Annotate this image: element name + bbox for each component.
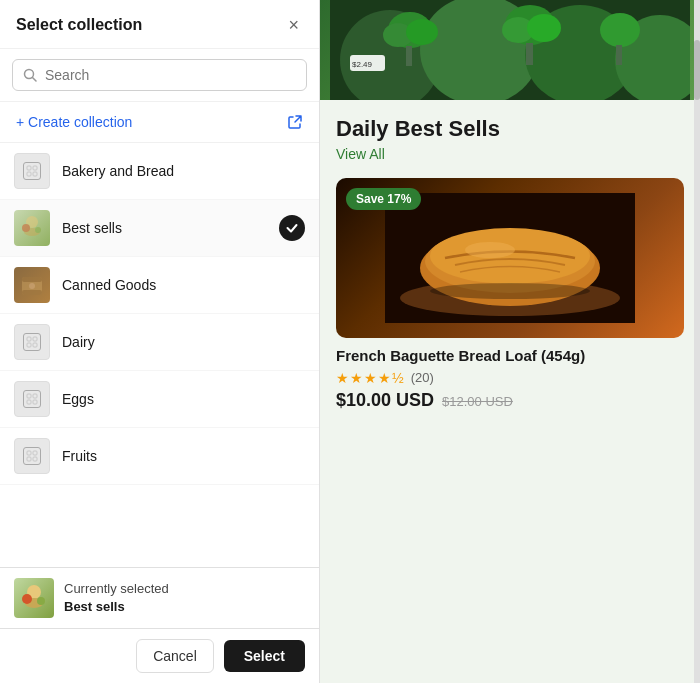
collection-name: Canned Goods bbox=[62, 277, 305, 293]
collection-thumb bbox=[14, 210, 50, 246]
stars: ★★★★½ bbox=[336, 370, 405, 386]
svg-rect-11 bbox=[22, 277, 42, 282]
svg-text:$2.49: $2.49 bbox=[352, 60, 373, 69]
modal-title: Select collection bbox=[16, 16, 142, 34]
collection-name: Eggs bbox=[62, 391, 305, 407]
currently-selected-text: Currently selected Best sells bbox=[64, 580, 169, 616]
select-collection-modal: Select collection × + Create collection bbox=[0, 0, 320, 683]
review-count: (20) bbox=[411, 370, 434, 385]
list-item[interactable]: Bakery and Bread bbox=[0, 143, 319, 200]
search-input-wrap bbox=[12, 59, 307, 91]
product-card: Save 17% bbox=[336, 178, 684, 419]
product-name: French Baguette Bread Loaf (454g) bbox=[336, 346, 684, 366]
svg-rect-4 bbox=[27, 172, 31, 176]
svg-rect-25 bbox=[33, 457, 37, 461]
search-input[interactable] bbox=[45, 67, 296, 83]
product-info: French Baguette Bread Loaf (454g) ★★★★½ … bbox=[336, 338, 684, 419]
content-inner: $2.49 Daily Best Sells View All Save 17% bbox=[320, 0, 700, 683]
svg-rect-12 bbox=[22, 290, 42, 295]
svg-rect-15 bbox=[33, 337, 37, 341]
scroll-indicator[interactable] bbox=[694, 0, 700, 683]
select-button[interactable]: Select bbox=[224, 640, 305, 672]
svg-rect-16 bbox=[27, 343, 31, 347]
list-item[interactable]: Best sells bbox=[0, 200, 319, 257]
collection-thumb bbox=[14, 267, 50, 303]
scroll-thumb bbox=[694, 40, 700, 100]
placeholder-icon bbox=[23, 162, 41, 180]
placeholder-icon bbox=[23, 447, 41, 465]
currently-selected-section: Currently selected Best sells bbox=[0, 568, 319, 629]
svg-rect-38 bbox=[406, 46, 412, 66]
svg-point-43 bbox=[600, 13, 640, 47]
close-button[interactable]: × bbox=[284, 14, 303, 36]
footer-buttons: Cancel Select bbox=[0, 629, 319, 683]
svg-point-28 bbox=[22, 594, 32, 604]
svg-rect-44 bbox=[616, 45, 622, 65]
svg-point-8 bbox=[22, 224, 30, 232]
search-container bbox=[0, 49, 319, 102]
placeholder-icon bbox=[23, 333, 41, 351]
svg-point-9 bbox=[35, 227, 41, 233]
svg-rect-18 bbox=[27, 394, 31, 398]
modal-footer: Currently selected Best sells Cancel Sel… bbox=[0, 567, 319, 683]
svg-rect-20 bbox=[27, 400, 31, 404]
svg-rect-21 bbox=[33, 400, 37, 404]
svg-point-37 bbox=[406, 19, 438, 45]
search-icon bbox=[23, 68, 37, 82]
product-image: Save 17% bbox=[336, 178, 684, 338]
top-banner-image: $2.49 bbox=[320, 0, 700, 100]
svg-rect-19 bbox=[33, 394, 37, 398]
price-original: $12.00 USD bbox=[442, 394, 513, 409]
collection-thumb bbox=[14, 381, 50, 417]
svg-point-29 bbox=[37, 597, 45, 605]
svg-rect-22 bbox=[27, 451, 31, 455]
rating-row: ★★★★½ (20) bbox=[336, 370, 684, 386]
currently-selected-thumb bbox=[14, 578, 54, 618]
save-badge: Save 17% bbox=[346, 188, 421, 210]
collection-name: Best sells bbox=[62, 220, 267, 236]
placeholder-icon bbox=[23, 390, 41, 408]
content-preview-panel: $2.49 Daily Best Sells View All Save 17% bbox=[320, 0, 700, 683]
svg-point-41 bbox=[527, 14, 561, 42]
svg-rect-23 bbox=[33, 451, 37, 455]
list-item[interactable]: Canned Goods bbox=[0, 257, 319, 314]
list-item[interactable]: Dairy bbox=[0, 314, 319, 371]
svg-rect-3 bbox=[33, 166, 37, 170]
svg-point-53 bbox=[430, 283, 590, 299]
svg-point-13 bbox=[29, 283, 35, 289]
collection-thumb bbox=[14, 153, 50, 189]
collection-list: Bakery and Bread Best sells bbox=[0, 143, 319, 567]
currently-selected-value: Best sells bbox=[64, 598, 169, 616]
modal-header: Select collection × bbox=[0, 0, 319, 49]
section-title: Daily Best Sells bbox=[336, 116, 684, 142]
svg-point-52 bbox=[465, 242, 515, 258]
collection-name: Dairy bbox=[62, 334, 305, 350]
collection-thumb bbox=[14, 438, 50, 474]
svg-rect-2 bbox=[27, 166, 31, 170]
svg-rect-42 bbox=[526, 43, 533, 65]
view-all-link[interactable]: View All bbox=[336, 146, 684, 162]
create-collection-button[interactable]: + Create collection bbox=[16, 114, 132, 130]
collection-name: Fruits bbox=[62, 448, 305, 464]
collection-name: Bakery and Bread bbox=[62, 163, 305, 179]
list-item[interactable]: Fruits bbox=[0, 428, 319, 485]
svg-rect-5 bbox=[33, 172, 37, 176]
price-current: $10.00 USD bbox=[336, 390, 434, 411]
create-collection-row: + Create collection bbox=[0, 102, 319, 143]
svg-rect-14 bbox=[27, 337, 31, 341]
svg-rect-24 bbox=[27, 457, 31, 461]
section-title-area: Daily Best Sells View All bbox=[320, 100, 700, 170]
collection-thumb bbox=[14, 324, 50, 360]
svg-line-1 bbox=[33, 78, 37, 82]
external-link-icon[interactable] bbox=[287, 114, 303, 130]
svg-rect-17 bbox=[33, 343, 37, 347]
price-row: $10.00 USD $12.00 USD bbox=[336, 390, 684, 411]
selected-check bbox=[279, 215, 305, 241]
cancel-button[interactable]: Cancel bbox=[136, 639, 214, 673]
list-item[interactable]: Eggs bbox=[0, 371, 319, 428]
